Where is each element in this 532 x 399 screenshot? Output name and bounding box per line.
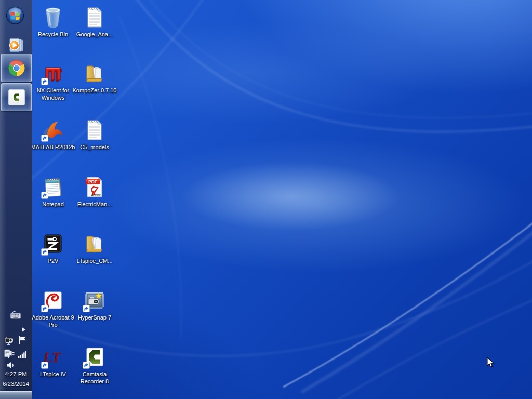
desktop-icon-label: Camtasia Recorder 8 xyxy=(72,371,117,385)
nx-client-icon xyxy=(41,61,65,86)
desktop-icon-p2v[interactable]: P2V xyxy=(30,231,76,265)
recycle-bin-icon xyxy=(41,5,65,30)
shortcut-arrow-icon xyxy=(41,362,48,369)
shortcut-arrow-icon xyxy=(41,78,48,85)
volume-speaker-icon[interactable] xyxy=(6,361,15,371)
desktop-icon-label: LTspice_CM... xyxy=(77,258,113,265)
taskbar-item-chrome[interactable] xyxy=(1,54,32,82)
desktop-icon-label: Google_Ana... xyxy=(76,31,113,38)
svg-text:PDF: PDF xyxy=(88,179,97,184)
camtasia-icon xyxy=(8,89,25,105)
acrobat-icon xyxy=(41,288,65,313)
camtasia-icon xyxy=(82,344,107,369)
desktop-icon-google-ana[interactable]: Google_Ana... xyxy=(72,5,117,38)
mouse-cursor xyxy=(487,357,495,368)
media-player-icon xyxy=(8,37,24,54)
desktop-icon-label: NX Client for Windows xyxy=(30,87,76,101)
desktop-icon-ltspice-cm-folder[interactable]: LTspice_CM... xyxy=(72,231,117,265)
shortcut-arrow-icon xyxy=(83,362,90,369)
taskbar-item-camtasia[interactable] xyxy=(1,83,32,111)
network-signal-icon[interactable] xyxy=(18,350,27,361)
desktop-icon-acrobat[interactable]: Adobe Acrobat 9 Pro xyxy=(30,288,76,328)
taskbar: 4:27 PM 6/23/2014 xyxy=(0,0,32,399)
windows-desktop: Recycle Bin NX Client for Windows xyxy=(0,0,532,399)
desktop-icon-hypersnap[interactable]: HyperSnap 7 xyxy=(72,288,117,322)
desktop-icon-camtasia-recorder[interactable]: Camtasia Recorder 8 xyxy=(72,344,117,385)
folder-full-icon xyxy=(82,231,107,256)
chrome-icon xyxy=(8,59,25,77)
shortcut-arrow-icon xyxy=(83,305,90,312)
desktop-icon-label: Recycle Bin xyxy=(38,31,68,38)
notepad-icon xyxy=(41,175,65,200)
shortcut-arrow-icon xyxy=(41,135,48,142)
show-desktop-button[interactable] xyxy=(0,391,32,399)
desktop-icon-label: HyperSnap 7 xyxy=(78,314,111,322)
shortcut-arrow-icon xyxy=(41,248,48,256)
camera-tray-icon[interactable] xyxy=(5,336,15,348)
desktop-icon-label: KompoZer 0.7.10 xyxy=(73,87,117,95)
ltspice-icon: LT xyxy=(41,344,65,369)
shortcut-arrow-icon xyxy=(41,192,48,199)
taskbar-clock-time[interactable]: 4:27 PM xyxy=(0,371,32,377)
desktop-icon-nx-client[interactable]: NX Client for Windows xyxy=(30,61,76,101)
desktop-icon-recycle-bin[interactable]: Recycle Bin xyxy=(30,5,76,38)
taskbar-item-media-player[interactable] xyxy=(1,36,31,54)
desktop-icon-electricman-pdf[interactable]: PDF Adobe ElectricMan... xyxy=(72,175,117,208)
matlab-icon xyxy=(41,117,65,142)
text-document-icon xyxy=(82,5,107,30)
taskbar-clock-date[interactable]: 6/23/2014 xyxy=(0,381,32,387)
desktop-icon-matlab[interactable]: MATLAB R2012b xyxy=(30,117,76,151)
desktop-icon-label: Adobe Acrobat 9 Pro xyxy=(30,314,76,328)
desktop-icon-label: C5_models xyxy=(80,144,109,151)
show-hidden-icons-arrow[interactable] xyxy=(21,325,26,335)
desktop-icon-label: MATLAB R2012b xyxy=(31,144,75,151)
text-document-icon xyxy=(82,117,107,142)
pdf-document-icon: PDF Adobe xyxy=(82,175,107,200)
desktop-icon-notepad[interactable]: Notepad xyxy=(30,175,76,208)
hypersnap-icon xyxy=(82,288,107,313)
power-plug-tray-icon[interactable] xyxy=(4,349,15,361)
desktop-icon-kompozer[interactable]: KompoZer 0.7.10 xyxy=(72,61,117,95)
action-center-flag-icon[interactable] xyxy=(18,336,27,347)
desktop-icon-label: Notepad xyxy=(42,201,64,208)
desktop-icon-label: ElectricMan... xyxy=(77,201,112,208)
svg-text:Adobe: Adobe xyxy=(91,193,101,197)
shortcut-arrow-icon xyxy=(41,305,48,312)
desktop-icon-label: LTspice IV xyxy=(40,371,66,378)
desktop-icon-label: P2V xyxy=(48,258,59,265)
desktop-icon-ltspice[interactable]: LT LTspice IV xyxy=(30,344,76,378)
touch-keyboard-icon[interactable] xyxy=(10,310,21,322)
windows-start-orb-icon xyxy=(5,6,25,25)
desktop-icon-c5-models[interactable]: C5_models xyxy=(72,117,117,151)
start-button[interactable] xyxy=(5,6,25,25)
p2v-icon xyxy=(41,231,65,256)
folder-icon xyxy=(82,61,107,86)
